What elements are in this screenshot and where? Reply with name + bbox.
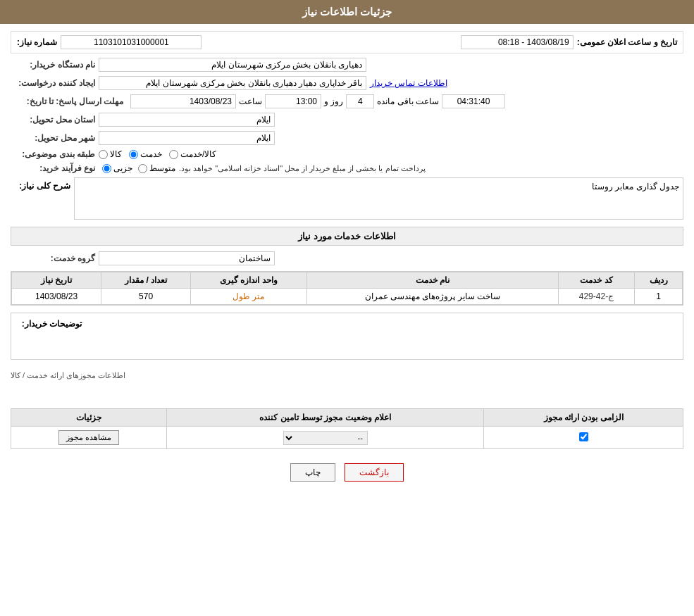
- purchase-medium[interactable]: متوسط: [138, 163, 175, 173]
- col-code: کد خدمت: [558, 272, 634, 289]
- city-label: شهر محل تحویل:: [11, 133, 95, 143]
- perm-col-details: جزئیات: [11, 409, 167, 427]
- time-label: ساعت: [239, 96, 262, 106]
- purchase-note: پرداخت تمام یا بخشی از مبلغ خریدار از مح…: [179, 164, 426, 173]
- buyer-notes-label: توضیحات خریدار:: [15, 317, 85, 356]
- announce-date-label: تاریخ و ساعت اعلان عمومی:: [577, 37, 677, 47]
- narration-label: شرح کلی نیاز:: [11, 177, 74, 220]
- deadline-days: 4: [346, 94, 374, 108]
- service-unit: متر طول: [191, 289, 307, 305]
- col-date: تاریخ نیاز: [12, 272, 101, 289]
- perm-status-cell: --: [167, 427, 484, 449]
- view-permit-button[interactable]: مشاهده مجوز: [58, 430, 119, 445]
- permissions-table: الزامی بودن ارائه مجوز اعلام وضعیت مجوز …: [11, 408, 683, 449]
- row-num: 1: [635, 289, 683, 305]
- service-code: ج-42-429: [558, 289, 634, 305]
- deadline-label: مهلت ارسال پاسخ: تا تاریخ:: [11, 96, 123, 106]
- need-number-label: شماره نیاز:: [17, 37, 57, 47]
- perm-row: -- مشاهده مجوز: [11, 427, 683, 449]
- requester-label: ایجاد کننده درخواست:: [11, 78, 95, 88]
- category-khedmat[interactable]: خدمت: [129, 149, 162, 159]
- back-button[interactable]: بازگشت: [345, 463, 404, 482]
- page-title: جزئیات اطلاعات نیاز: [0, 0, 694, 24]
- buyer-notes-box: [85, 317, 679, 356]
- remaining-time: 04:31:40: [442, 94, 505, 108]
- services-title: اطلاعات خدمات مورد نیاز: [11, 227, 683, 246]
- buyer-org-label: نام دستگاه خریدار:: [11, 60, 95, 70]
- service-group-label: گروه خدمت:: [11, 253, 95, 263]
- category-kala[interactable]: کالا: [99, 149, 122, 159]
- buyer-org-value: دهیاری بانقلان بخش مرکزی شهرستان ایلام: [99, 58, 366, 72]
- col-unit: واحد اندازه گیری: [191, 272, 307, 289]
- need-number-value: 1103101031000001: [61, 35, 202, 49]
- deadline-date: 1403/08/23: [130, 94, 236, 108]
- perm-col-required: الزامی بودن ارائه مجوز: [484, 409, 683, 427]
- days-label: روز و: [324, 96, 343, 106]
- perm-required-checkbox[interactable]: [579, 432, 588, 441]
- service-date: 1403/08/23: [12, 289, 101, 305]
- remaining-label: ساعت باقی مانده: [377, 96, 439, 106]
- purchase-partial[interactable]: جزیی: [102, 163, 132, 173]
- table-row: 1 ج-42-429 ساخت سایر پروژه‌های مهندسی عم…: [12, 289, 683, 305]
- perm-col-status: اعلام وضعیت مجوز توسط تامین کننده: [167, 409, 484, 427]
- category-radio-group: کالا/خدمت خدمت کالا: [99, 149, 216, 159]
- col-qty: تعداد / مقدار: [101, 272, 191, 289]
- province-label: استان محل تحویل:: [11, 115, 95, 125]
- narration-box: جدول گذاری معابر روستا: [74, 177, 683, 220]
- requester-value: باقر خداپاری دهیار دهیاری بانقلان بخش مر…: [99, 76, 366, 90]
- service-qty: 570: [101, 289, 191, 305]
- category-label: طبقه بندی موضوعی:: [11, 149, 95, 159]
- purchase-type-label: نوع فرآیند خرید:: [11, 163, 95, 173]
- perm-status-select[interactable]: --: [283, 431, 368, 445]
- province-value: ایلام: [99, 113, 275, 127]
- perm-required-cell: [484, 427, 683, 449]
- category-kala-khedmat[interactable]: کالا/خدمت: [169, 149, 216, 159]
- col-row: ردیف: [635, 272, 683, 289]
- print-button[interactable]: چاپ: [290, 463, 335, 482]
- service-name: ساخت سایر پروژه‌های مهندسی عمران: [306, 289, 558, 305]
- perm-details-cell: مشاهده مجوز: [11, 427, 167, 449]
- contact-link[interactable]: اطلاعات تماس خریدار: [370, 78, 447, 88]
- service-group-value: ساختمان: [99, 251, 275, 265]
- col-name: نام خدمت: [306, 272, 558, 289]
- services-table: ردیف کد خدمت نام خدمت واحد اندازه گیری ت…: [11, 271, 683, 306]
- announce-date-value: 1403/08/19 - 08:18: [461, 35, 574, 49]
- deadline-time: 13:00: [265, 94, 321, 108]
- bottom-buttons: بازگشت چاپ: [11, 456, 683, 496]
- permissions-section-title: اطلاعات مجوزهای ارائه خدمت / کالا: [11, 367, 683, 384]
- city-value: ایلام: [99, 131, 275, 145]
